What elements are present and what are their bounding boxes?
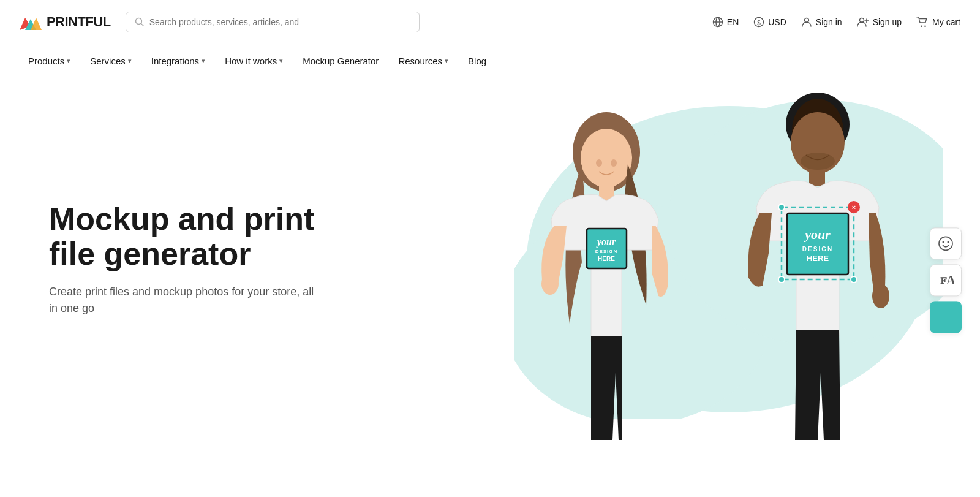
sign-up-label: Sign up (873, 17, 902, 27)
sign-in-label: Sign in (816, 17, 842, 27)
svg-text:$: $ (757, 19, 761, 26)
svg-text:your: your (596, 237, 616, 248)
cart-label: My cart (932, 17, 960, 27)
man-figure: your DESIGN HERE × (723, 91, 913, 440)
svg-text:DESIGN: DESIGN (595, 249, 618, 254)
nav-how-it-works[interactable]: How it works ▾ (216, 44, 292, 78)
svg-point-22 (541, 273, 559, 295)
nav-integrations[interactable]: Integrations ▾ (143, 44, 214, 78)
search-box[interactable] (126, 12, 420, 32)
nav-blog[interactable]: Blog (459, 44, 495, 78)
svg-rect-32 (809, 169, 825, 186)
svg-text:your: your (803, 227, 831, 242)
svg-point-46 (939, 237, 952, 250)
text-tool-button[interactable]: ꜰA (930, 264, 962, 296)
svg-text:HERE: HERE (807, 254, 829, 263)
svg-point-23 (596, 159, 602, 167)
svg-point-48 (948, 241, 949, 243)
chevron-down-icon: ▾ (128, 57, 132, 65)
sign-in-button[interactable]: Sign in (801, 17, 842, 28)
add-user-icon (857, 17, 869, 28)
user-icon (801, 17, 812, 28)
cart-button[interactable]: My cart (916, 17, 960, 28)
svg-point-47 (943, 241, 944, 243)
header-right: EN $ USD Sign in Sign up (712, 17, 960, 28)
hero-section: Mockup and print file generator Create p… (0, 78, 980, 440)
nav-integrations-label: Integrations (151, 56, 199, 66)
nav-blog-label: Blog (468, 56, 486, 66)
svg-point-42 (778, 276, 785, 283)
svg-point-14 (921, 25, 922, 27)
editor-tools-panel: ꜰA (930, 227, 962, 333)
svg-line-4 (141, 23, 143, 26)
dollar-icon: $ (753, 17, 764, 28)
hero-image-area: your DESIGN HERE (429, 78, 980, 440)
emoji-icon (938, 235, 954, 251)
search-icon (135, 17, 145, 27)
chevron-down-icon: ▾ (279, 57, 283, 65)
chevron-down-icon: ▾ (67, 57, 70, 65)
nav-products[interactable]: Products ▾ (20, 44, 79, 78)
currency-label: USD (768, 17, 786, 27)
globe-icon (712, 17, 723, 28)
nav-mockup-generator-label: Mockup Generator (303, 56, 379, 66)
logo-text: PRINTFUL (47, 14, 111, 30)
logo[interactable]: PRINTFUL (20, 13, 111, 31)
svg-point-43 (851, 276, 857, 283)
language-selector[interactable]: EN (712, 17, 739, 28)
nav-mockup-generator[interactable]: Mockup Generator (294, 44, 387, 78)
nav-products-label: Products (28, 56, 64, 66)
svg-text:ꜰA: ꜰA (940, 273, 954, 287)
nav-how-it-works-label: How it works (225, 56, 277, 66)
text-icon: ꜰA (938, 272, 954, 288)
chevron-down-icon: ▾ (202, 57, 205, 65)
nav-resources-label: Resources (398, 56, 442, 66)
hero-text: Mockup and print file generator Create p… (0, 165, 343, 354)
emoji-tool-button[interactable] (930, 227, 962, 259)
svg-text:HERE: HERE (598, 256, 615, 262)
nav-services[interactable]: Services ▾ (81, 44, 140, 78)
logo-icon (20, 13, 42, 31)
svg-point-24 (611, 159, 617, 167)
site-header: PRINTFUL EN $ USD (0, 0, 980, 44)
svg-text:×: × (852, 203, 856, 211)
svg-point-33 (872, 284, 889, 308)
nav-resources[interactable]: Resources ▾ (390, 44, 457, 78)
main-nav: Products ▾ Services ▾ Integrations ▾ How… (0, 44, 980, 78)
svg-text:DESIGN: DESIGN (802, 246, 833, 252)
nav-services-label: Services (90, 56, 126, 66)
search-wrapper (126, 12, 420, 32)
hero-subtitle: Create print files and mockup photos for… (49, 284, 323, 317)
chevron-down-icon: ▾ (445, 57, 448, 65)
color-tool-button[interactable] (930, 301, 962, 333)
cart-icon (916, 17, 929, 28)
svg-point-15 (924, 25, 926, 27)
svg-point-34 (801, 153, 835, 170)
language-label: EN (727, 17, 739, 27)
people-container: your DESIGN HERE (496, 91, 913, 440)
hero-title: Mockup and print file generator (49, 202, 323, 271)
svg-rect-35 (787, 213, 848, 275)
sign-up-button[interactable]: Sign up (857, 17, 902, 28)
svg-point-20 (581, 129, 632, 188)
search-input[interactable] (149, 17, 410, 27)
woman-figure: your DESIGN HERE (521, 109, 692, 440)
currency-selector[interactable]: $ USD (753, 17, 786, 28)
svg-point-40 (778, 204, 785, 210)
